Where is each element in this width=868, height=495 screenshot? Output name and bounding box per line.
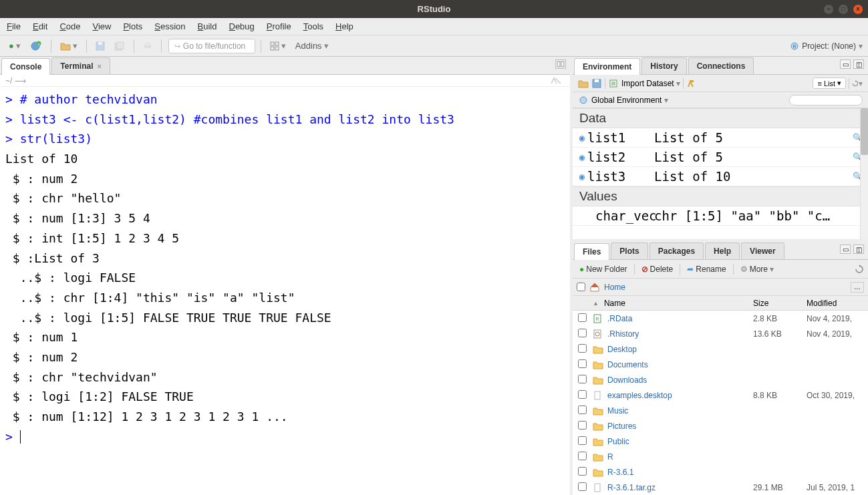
- file-name[interactable]: examples.desktop: [607, 391, 672, 400]
- print-button[interactable]: [140, 39, 156, 53]
- sort-asc-icon[interactable]: ▲: [593, 300, 599, 307]
- env-row[interactable]: char_vecchr [1:5] "aa" "bb" "c…: [573, 206, 868, 226]
- open-file-button[interactable]: ▾: [57, 39, 81, 53]
- menu-plots[interactable]: Plots: [123, 21, 142, 31]
- console-path-icon[interactable]: ⟶: [15, 76, 26, 86]
- file-row[interactable]: Documents: [573, 357, 868, 372]
- file-checkbox[interactable]: [578, 375, 587, 383]
- maximize-pane-icon[interactable]: [555, 59, 566, 69]
- environment-scope[interactable]: Global Environment ▾: [591, 96, 668, 105]
- file-checkbox[interactable]: [578, 467, 587, 476]
- tab-packages[interactable]: Packages: [649, 242, 704, 259]
- tab-terminal[interactable]: Terminal×: [51, 57, 110, 74]
- addins-button[interactable]: Addins ▾: [292, 39, 332, 53]
- menu-file[interactable]: File: [7, 21, 21, 31]
- file-row[interactable]: R-3.6.1: [573, 464, 868, 480]
- tab-files[interactable]: Files: [574, 243, 609, 260]
- breadcrumb-home[interactable]: Home: [604, 283, 625, 292]
- list-view-button[interactable]: ≡ List ▾: [813, 77, 846, 89]
- new-project-button[interactable]: +: [27, 39, 45, 53]
- tab-viewer[interactable]: Viewer: [741, 242, 784, 259]
- project-menu[interactable]: R Project: (None) ▾: [790, 41, 863, 51]
- menu-code[interactable]: Code: [59, 21, 80, 31]
- grid-view-button[interactable]: ▾: [267, 39, 289, 53]
- file-name[interactable]: R-3.6.1.tar.gz: [607, 483, 656, 492]
- file-name[interactable]: R: [607, 452, 613, 462]
- file-row[interactable]: .Rhistory13.6 KBNov 4, 2019,: [573, 326, 868, 341]
- window-close-button[interactable]: ×: [853, 5, 863, 14]
- file-row[interactable]: examples.desktop8.8 KBOct 30, 2019,: [573, 387, 868, 403]
- file-checkbox[interactable]: [578, 313, 587, 322]
- delete-button[interactable]: ⊘ Delete: [639, 264, 676, 275]
- file-checkbox[interactable]: [578, 436, 587, 445]
- menu-session[interactable]: Session: [154, 21, 185, 31]
- file-name[interactable]: .Rhistory: [607, 329, 639, 339]
- minimize-env-icon[interactable]: ▭: [840, 59, 851, 69]
- window-maximize-button[interactable]: □: [839, 5, 848, 14]
- console-output[interactable]: > # author techvidvan> list3 <- c(list1,…: [0, 87, 570, 495]
- file-checkbox[interactable]: [578, 421, 587, 430]
- col-modified-header[interactable]: Modified: [807, 299, 868, 308]
- save-workspace-icon[interactable]: [591, 78, 602, 89]
- close-terminal-icon[interactable]: ×: [97, 62, 101, 70]
- file-name[interactable]: Documents: [607, 360, 648, 369]
- col-name-header[interactable]: Name: [604, 299, 625, 308]
- expand-icon[interactable]: ◉: [577, 152, 587, 162]
- menu-help[interactable]: Help: [335, 21, 353, 31]
- environment-search-input[interactable]: [789, 95, 863, 106]
- env-row[interactable]: ◉list3List of 10🔍: [573, 167, 868, 186]
- tab-connections[interactable]: Connections: [688, 57, 754, 74]
- more-button[interactable]: ⚙ More ▾: [738, 264, 776, 275]
- file-checkbox[interactable]: [578, 452, 587, 460]
- file-checkbox[interactable]: [578, 390, 587, 399]
- file-row[interactable]: R: [573, 449, 868, 464]
- menu-view[interactable]: View: [92, 21, 111, 31]
- file-checkbox[interactable]: [578, 344, 587, 353]
- col-size-header[interactable]: Size: [753, 299, 807, 308]
- import-dataset-button[interactable]: Import Dataset ▾: [621, 79, 680, 88]
- menu-edit[interactable]: Edit: [33, 21, 47, 31]
- menu-debug[interactable]: Debug: [229, 21, 255, 31]
- clear-console-icon[interactable]: [550, 76, 562, 86]
- home-icon[interactable]: [589, 283, 600, 292]
- file-name[interactable]: Pictures: [607, 422, 636, 431]
- minimize-files-icon[interactable]: ▭: [840, 244, 851, 254]
- tab-plots[interactable]: Plots: [611, 242, 647, 259]
- save-all-button[interactable]: [111, 39, 128, 53]
- menu-tools[interactable]: Tools: [303, 21, 323, 31]
- expand-icon[interactable]: ◉: [577, 132, 587, 143]
- maximize-env-icon[interactable]: ◫: [853, 59, 864, 69]
- file-checkbox[interactable]: [578, 482, 587, 491]
- select-all-checkbox[interactable]: [577, 283, 585, 291]
- tab-console[interactable]: Console: [1, 58, 50, 75]
- goto-file-input[interactable]: ↪Go to file/function: [168, 39, 255, 53]
- clear-workspace-icon[interactable]: [686, 78, 697, 89]
- save-button[interactable]: [92, 39, 108, 53]
- new-folder-button[interactable]: ● New Folder: [577, 264, 630, 275]
- tab-environment[interactable]: Environment: [574, 58, 640, 75]
- tab-history[interactable]: History: [641, 57, 686, 74]
- path-more-button[interactable]: …: [851, 282, 864, 293]
- file-checkbox[interactable]: [578, 405, 587, 414]
- menu-build[interactable]: Build: [198, 21, 217, 31]
- refresh-env-icon[interactable]: ▾: [852, 78, 863, 89]
- import-dataset-icon[interactable]: [608, 78, 619, 89]
- maximize-files-icon[interactable]: ◫: [853, 244, 864, 254]
- env-row[interactable]: ◉list2List of 5🔍: [573, 148, 868, 167]
- file-row[interactable]: Desktop: [573, 341, 868, 357]
- window-minimize-button[interactable]: –: [824, 5, 833, 14]
- menu-profile[interactable]: Profile: [267, 21, 291, 31]
- refresh-files-icon[interactable]: [855, 265, 864, 274]
- file-row[interactable]: Public: [573, 434, 868, 449]
- file-row[interactable]: R.RData2.8 KBNov 4, 2019,: [573, 311, 868, 326]
- tab-help[interactable]: Help: [705, 242, 740, 259]
- file-row[interactable]: R-3.6.1.tar.gz29.1 MBJul 5, 2019, 1: [573, 480, 868, 495]
- file-name[interactable]: Public: [607, 437, 629, 446]
- file-row[interactable]: Pictures: [573, 418, 868, 434]
- load-workspace-icon[interactable]: [578, 78, 589, 89]
- file-name[interactable]: Music: [607, 406, 628, 416]
- file-name[interactable]: .RData: [607, 314, 632, 323]
- env-row[interactable]: ◉list1List of 5🔍: [573, 128, 868, 148]
- file-row[interactable]: Music: [573, 403, 868, 418]
- new-file-button[interactable]: ●▾: [5, 39, 24, 53]
